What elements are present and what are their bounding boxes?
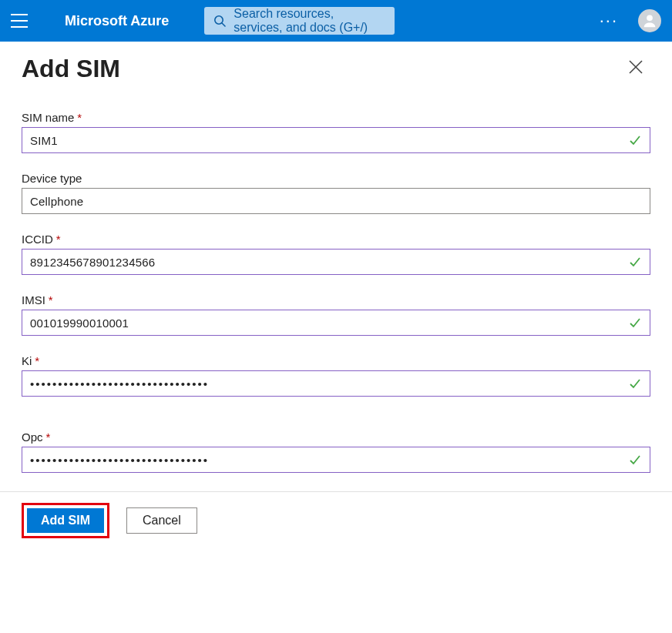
sim-name-input[interactable] bbox=[30, 128, 642, 152]
opc-input[interactable] bbox=[30, 447, 642, 472]
page-title: Add SIM bbox=[22, 55, 120, 83]
global-search[interactable]: Search resources, services, and docs (G+… bbox=[204, 7, 394, 35]
required-marker: * bbox=[49, 293, 53, 306]
check-icon bbox=[628, 377, 642, 390]
form-area: SIM name* Device type ICCID* IMSI* Ki* bbox=[0, 89, 672, 473]
check-icon bbox=[628, 255, 642, 269]
cancel-button[interactable]: Cancel bbox=[126, 507, 197, 534]
label-ki: Ki bbox=[22, 354, 32, 367]
label-iccid: ICCID bbox=[22, 233, 53, 246]
user-avatar[interactable] bbox=[638, 9, 661, 32]
input-wrap-iccid bbox=[22, 249, 650, 275]
input-wrap-device-type bbox=[22, 188, 650, 214]
svg-point-2 bbox=[647, 15, 653, 21]
close-icon bbox=[627, 59, 644, 75]
add-sim-button[interactable]: Add SIM bbox=[27, 508, 104, 533]
required-marker: * bbox=[77, 111, 82, 124]
field-opc: Opc* bbox=[22, 430, 650, 473]
label-opc: Opc bbox=[22, 430, 43, 444]
field-ki: Ki* bbox=[22, 354, 650, 397]
field-iccid: ICCID* bbox=[22, 233, 650, 275]
search-icon bbox=[213, 15, 226, 27]
device-type-input[interactable] bbox=[30, 189, 642, 213]
field-sim-name: SIM name* bbox=[22, 111, 650, 153]
more-icon[interactable]: ··· bbox=[593, 11, 624, 31]
label-device-type: Device type bbox=[22, 172, 82, 185]
input-wrap-ki bbox=[22, 370, 650, 397]
blade-header: Add SIM bbox=[0, 42, 672, 89]
person-icon bbox=[641, 12, 658, 29]
input-wrap-opc bbox=[22, 447, 650, 473]
input-wrap-imsi bbox=[22, 310, 650, 336]
footer-actions: Add SIM Cancel bbox=[0, 492, 672, 552]
check-icon bbox=[628, 133, 642, 147]
close-button[interactable] bbox=[623, 54, 649, 83]
svg-line-1 bbox=[222, 23, 225, 26]
label-imsi: IMSI bbox=[22, 293, 45, 306]
brand-logo[interactable]: Microsoft Azure bbox=[42, 13, 184, 29]
search-placeholder: Search resources, services, and docs (G+… bbox=[234, 7, 385, 35]
field-imsi: IMSI* bbox=[22, 293, 650, 336]
required-marker: * bbox=[35, 354, 39, 367]
input-wrap-sim-name bbox=[22, 127, 650, 153]
top-nav-bar: Microsoft Azure Search resources, servic… bbox=[0, 0, 672, 42]
check-icon bbox=[628, 316, 642, 330]
field-device-type: Device type bbox=[22, 172, 650, 214]
label-sim-name: SIM name bbox=[22, 111, 74, 124]
required-marker: * bbox=[46, 430, 51, 444]
required-marker: * bbox=[56, 233, 61, 246]
highlight-box: Add SIM bbox=[22, 503, 109, 538]
imsi-input[interactable] bbox=[30, 310, 642, 335]
menu-icon[interactable] bbox=[11, 14, 28, 28]
iccid-input[interactable] bbox=[30, 250, 642, 274]
check-icon bbox=[628, 453, 642, 467]
ki-input[interactable] bbox=[30, 371, 642, 396]
